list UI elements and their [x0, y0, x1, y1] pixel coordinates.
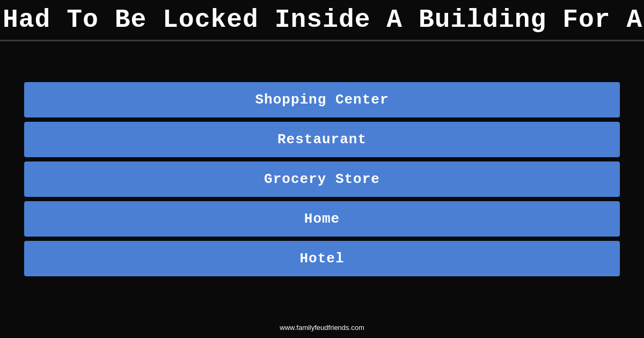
answers-container: Shopping Center Restaurant Grocery Store… [0, 41, 644, 317]
footer-url: www.familyfeudfriends.com [280, 324, 364, 332]
question-header: Had To Be Locked Inside A Building For A… [0, 0, 644, 41]
answer-button-5[interactable]: Hotel [24, 241, 620, 276]
question-text: Had To Be Locked Inside A Building For A… [0, 5, 644, 34]
answer-button-3[interactable]: Grocery Store [24, 161, 620, 197]
answer-button-4[interactable]: Home [24, 201, 620, 237]
footer: www.familyfeudfriends.com [0, 317, 644, 338]
answer-button-2[interactable]: Restaurant [24, 122, 620, 157]
answer-button-1[interactable]: Shopping Center [24, 82, 620, 117]
